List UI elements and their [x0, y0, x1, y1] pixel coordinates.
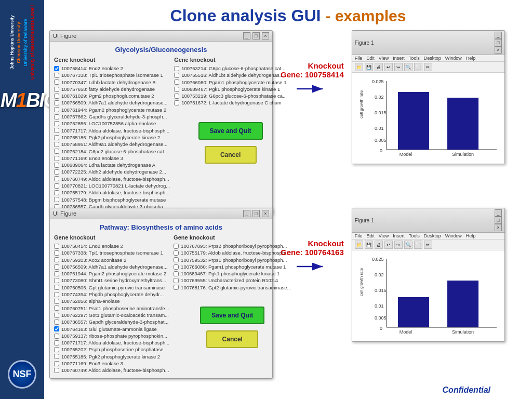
- close-btn-bottom[interactable]: ×: [262, 210, 269, 217]
- gene-checkbox[interactable]: [54, 250, 59, 256]
- gene-checkbox[interactable]: [54, 94, 59, 99]
- menu-desktop-bottom[interactable]: Desktop: [424, 233, 441, 238]
- menu-edit-top[interactable]: Edit: [366, 56, 375, 61]
- fig-maximize-top[interactable]: □: [495, 39, 502, 46]
- maximize-btn-top[interactable]: □: [252, 32, 260, 39]
- gene-checkbox[interactable]: [54, 257, 59, 262]
- menu-edit-bottom[interactable]: Edit: [366, 233, 375, 238]
- fig-minimize-bottom[interactable]: _: [495, 209, 502, 217]
- gene-checkbox[interactable]: [54, 163, 59, 168]
- gene-checkbox[interactable]: [54, 100, 59, 105]
- gene-checkbox[interactable]: [54, 244, 59, 249]
- gene-checkbox[interactable]: [54, 135, 59, 140]
- cancel-button-bottom[interactable]: Cancel: [206, 330, 258, 348]
- gene-checkbox[interactable]: [174, 285, 179, 290]
- gene-checkbox[interactable]: [54, 347, 59, 352]
- fig-minimize-top[interactable]: _: [495, 32, 502, 39]
- toolbar-btn-3[interactable]: 🖨: [375, 63, 383, 71]
- gene-checkbox[interactable]: [174, 271, 179, 276]
- gene-checkbox[interactable]: [54, 299, 59, 304]
- toolbar-btn-2[interactable]: 💾: [365, 63, 373, 71]
- toolbar-btn-4[interactable]: ↩: [384, 63, 393, 71]
- toolbar-btn-8[interactable]: ✏: [424, 63, 432, 71]
- gene-checkbox[interactable]: [54, 334, 59, 339]
- gene-checkbox[interactable]: [54, 264, 59, 270]
- gene-checkbox[interactable]: [54, 169, 59, 175]
- save-quit-button-bottom[interactable]: Save and Quit: [200, 307, 264, 324]
- toolbar-btn-b1[interactable]: 📁: [355, 241, 363, 249]
- menu-insert-top[interactable]: Insert: [393, 56, 405, 61]
- minimize-btn-bottom[interactable]: _: [243, 210, 250, 217]
- gene-checkbox[interactable]: [54, 128, 59, 133]
- gene-checkbox[interactable]: [174, 66, 179, 71]
- gene-checkbox[interactable]: [54, 326, 59, 331]
- gene-checkbox[interactable]: [54, 79, 59, 85]
- gene-checkbox[interactable]: [54, 114, 59, 119]
- save-quit-button-top[interactable]: Save and Quit: [198, 122, 263, 140]
- gene-checkbox[interactable]: [54, 285, 59, 290]
- gene-checkbox[interactable]: [54, 121, 59, 126]
- menu-tools-top[interactable]: Tools: [409, 56, 420, 61]
- close-btn-top[interactable]: ×: [262, 32, 269, 39]
- gene-checkbox[interactable]: [54, 156, 59, 161]
- menu-help-bottom[interactable]: Help: [466, 233, 476, 238]
- gene-checkbox[interactable]: [54, 87, 59, 92]
- gene-checkbox[interactable]: [54, 320, 59, 325]
- gene-checkbox[interactable]: [174, 87, 179, 92]
- gene-checkbox[interactable]: [54, 190, 59, 195]
- toolbar-btn-b5[interactable]: ↪: [394, 241, 403, 249]
- toolbar-btn-7[interactable]: ⬜: [414, 63, 422, 71]
- toolbar-btn-b4[interactable]: ↩: [384, 241, 393, 249]
- menu-window-top[interactable]: Window: [445, 56, 462, 61]
- toolbar-btn-5[interactable]: ↪: [394, 63, 403, 71]
- gene-checkbox[interactable]: [54, 361, 59, 366]
- gene-checkbox[interactable]: [54, 271, 59, 276]
- gene-checkbox[interactable]: [54, 278, 59, 283]
- menu-view-bottom[interactable]: View: [379, 233, 389, 238]
- fig-maximize-bottom[interactable]: □: [495, 217, 502, 224]
- gene-checkbox[interactable]: [54, 66, 59, 71]
- gene-checkbox[interactable]: [54, 313, 59, 318]
- gene-checkbox[interactable]: [174, 94, 179, 99]
- toolbar-btn-6[interactable]: 🔍: [404, 63, 413, 71]
- fig-close-top[interactable]: ×: [495, 46, 502, 54]
- menu-desktop-top[interactable]: Desktop: [424, 56, 441, 61]
- minimize-btn-top[interactable]: _: [243, 32, 250, 39]
- gene-checkbox[interactable]: [54, 340, 59, 345]
- menu-tools-bottom[interactable]: Tools: [409, 233, 420, 238]
- menu-view-top[interactable]: View: [379, 56, 389, 61]
- gene-checkbox[interactable]: [174, 100, 179, 105]
- gene-checkbox[interactable]: [54, 183, 59, 189]
- gene-checkbox[interactable]: [54, 73, 59, 78]
- gene-checkbox[interactable]: [54, 197, 59, 202]
- cancel-button-top[interactable]: Cancel: [205, 146, 257, 164]
- gene-checkbox[interactable]: [174, 257, 179, 262]
- menu-window-bottom[interactable]: Window: [445, 233, 462, 238]
- toolbar-btn-1[interactable]: 📁: [355, 63, 363, 71]
- menu-file-top[interactable]: File: [355, 56, 363, 61]
- toolbar-btn-b8[interactable]: ✏: [424, 241, 432, 249]
- gene-checkbox[interactable]: [54, 305, 59, 311]
- toolbar-btn-b2[interactable]: 💾: [365, 241, 373, 249]
- gene-checkbox[interactable]: [54, 149, 59, 154]
- gene-checkbox[interactable]: [174, 264, 179, 270]
- gene-checkbox[interactable]: [174, 244, 179, 249]
- gene-checkbox[interactable]: [54, 292, 59, 297]
- gene-checkbox[interactable]: [174, 79, 179, 85]
- menu-insert-bottom[interactable]: Insert: [393, 233, 405, 238]
- gene-checkbox[interactable]: [54, 107, 59, 112]
- fig-close-bottom[interactable]: ×: [495, 224, 502, 231]
- gene-checkbox[interactable]: [54, 142, 59, 147]
- gene-checkbox[interactable]: [174, 73, 179, 78]
- toolbar-btn-b7[interactable]: ⬜: [414, 241, 422, 249]
- gene-checkbox[interactable]: [54, 354, 59, 359]
- toolbar-btn-b3[interactable]: 🖨: [375, 241, 383, 249]
- toolbar-btn-b6[interactable]: 🔍: [404, 241, 413, 249]
- gene-checkbox[interactable]: [54, 368, 59, 373]
- gene-checkbox[interactable]: [174, 278, 179, 283]
- gene-checkbox[interactable]: [174, 250, 179, 256]
- gene-checkbox[interactable]: [54, 176, 59, 181]
- menu-help-top[interactable]: Help: [466, 56, 476, 61]
- maximize-btn-bottom[interactable]: □: [252, 210, 260, 217]
- menu-file-bottom[interactable]: File: [355, 233, 363, 238]
